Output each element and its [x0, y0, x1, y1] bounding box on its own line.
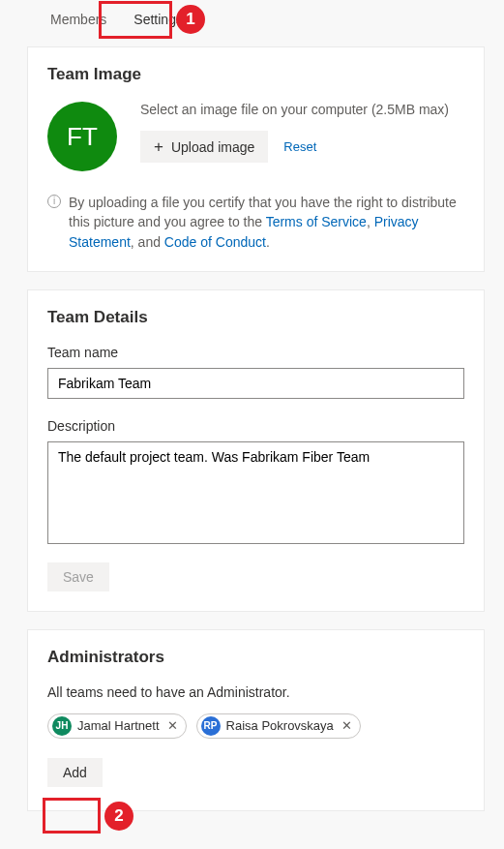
description-label: Description: [47, 418, 464, 434]
description-textarea[interactable]: [47, 441, 464, 544]
card-team-image: Team Image FT Select an image file on yo…: [27, 46, 485, 272]
avatar: JH: [52, 716, 72, 736]
team-avatar: FT: [47, 102, 117, 171]
admin-name: Raisa Pokrovskaya: [226, 718, 334, 733]
remove-icon[interactable]: ✕: [340, 718, 354, 733]
avatar: RP: [201, 716, 221, 736]
remove-icon[interactable]: ✕: [165, 718, 180, 733]
tab-members[interactable]: Members: [37, 4, 120, 35]
save-button[interactable]: Save: [47, 562, 109, 591]
team-image-heading: Team Image: [47, 65, 464, 84]
upload-hint: Select an image file on your computer (2…: [140, 102, 464, 117]
annotation-callout-2: 2: [104, 802, 133, 831]
code-of-conduct-link[interactable]: Code of Conduct: [164, 234, 266, 250]
terms-of-service-link[interactable]: Terms of Service: [266, 214, 367, 229]
administrators-hint: All teams need to have an Administrator.: [47, 684, 464, 700]
admin-chip[interactable]: JHJamal Hartnett✕: [47, 713, 187, 739]
admin-name: Jamal Hartnett: [77, 718, 160, 733]
card-team-details: Team Details Team name Description Save: [27, 289, 485, 612]
legal-text: By uploading a file you certify that you…: [69, 193, 464, 252]
plus-icon: +: [154, 138, 163, 155]
tabs: Members Settings 1: [10, 0, 494, 35]
card-administrators: Administrators All teams need to have an…: [27, 629, 485, 811]
team-details-heading: Team Details: [47, 308, 464, 327]
admin-chip[interactable]: RPRaisa Pokrovskaya✕: [196, 713, 361, 739]
administrators-heading: Administrators: [47, 648, 464, 667]
upload-image-label: Upload image: [171, 139, 254, 155]
add-button[interactable]: Add: [47, 758, 103, 787]
administrators-chips: JHJamal Hartnett✕RPRaisa Pokrovskaya✕: [47, 713, 464, 739]
team-name-label: Team name: [47, 345, 464, 360]
annotation-callout-1: 1: [176, 5, 205, 34]
upload-image-button[interactable]: + Upload image: [140, 131, 268, 163]
team-name-input[interactable]: [47, 368, 464, 399]
reset-link[interactable]: Reset: [283, 139, 316, 154]
info-icon: i: [47, 195, 61, 208]
